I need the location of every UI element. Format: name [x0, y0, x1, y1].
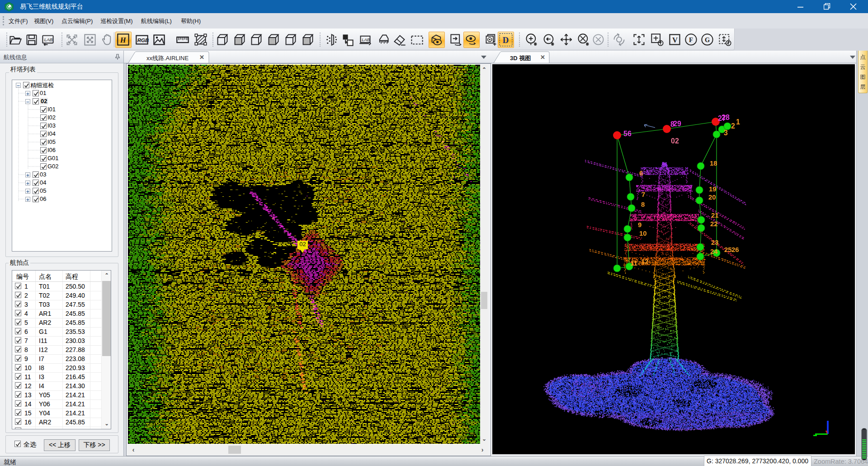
svg-text:D: D — [503, 35, 509, 45]
svg-text:F: F — [689, 36, 693, 43]
svg-text:H: H — [120, 36, 127, 44]
svg-text:G: G — [705, 36, 710, 43]
svg-text:RGB: RGB — [137, 38, 149, 43]
svg-text:V: V — [672, 36, 678, 44]
svg-text:LAB: LAB — [362, 38, 370, 42]
svg-text:LAB: LAB — [44, 37, 53, 42]
